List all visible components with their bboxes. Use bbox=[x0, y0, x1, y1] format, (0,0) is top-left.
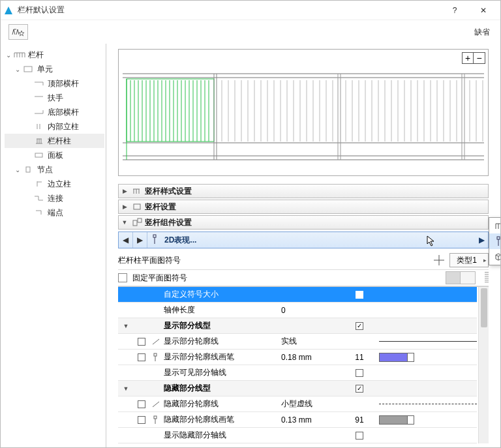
tab-prev-button[interactable]: ◀ bbox=[119, 232, 133, 248]
checkbox[interactable] bbox=[138, 416, 145, 424]
panel-icon bbox=[33, 151, 45, 160]
svg-rect-83 bbox=[497, 237, 500, 239]
pen-icon bbox=[149, 415, 162, 425]
tab-overflow-button[interactable]: ▶ bbox=[475, 235, 488, 245]
rail-icon bbox=[33, 79, 45, 88]
tree-item[interactable]: 边立柱 bbox=[5, 177, 104, 191]
preview-box: + − bbox=[118, 49, 489, 176]
svg-rect-3 bbox=[35, 153, 42, 157]
section-component[interactable]: ▼ 竖杆组件设置 bbox=[118, 215, 489, 230]
grid-row[interactable]: 显示可见部分轴线 bbox=[118, 365, 477, 381]
checkbox[interactable] bbox=[356, 369, 363, 377]
post-icon bbox=[33, 136, 45, 145]
railing-icon bbox=[14, 50, 25, 59]
favorites-button[interactable] bbox=[8, 24, 28, 40]
checkbox[interactable] bbox=[356, 291, 363, 299]
title-bar: 栏杆默认设置 ? ✕ bbox=[1, 1, 500, 20]
2d-icon bbox=[493, 236, 500, 246]
tree-item[interactable]: 面板 bbox=[5, 148, 104, 162]
flyout-item-3d[interactable]: 3D表现 bbox=[489, 249, 500, 265]
drag-handle-icon[interactable] bbox=[485, 272, 489, 284]
grid-row[interactable]: 轴伸长度 0 bbox=[118, 303, 477, 318]
default-label: 缺省 bbox=[474, 27, 490, 38]
grid-row[interactable]: 显示隐藏部分轴线 bbox=[118, 428, 477, 443]
3d-icon bbox=[493, 252, 500, 261]
chevron-right-icon: ▶ bbox=[119, 188, 130, 194]
window-help-button[interactable]: ? bbox=[440, 1, 469, 20]
fixed-symbol-checkbox[interactable] bbox=[118, 273, 127, 282]
grid-row[interactable]: 显示部分轮廓线画笔 0.18 mm 11 bbox=[118, 350, 477, 365]
component-icon bbox=[130, 218, 145, 227]
chevron-right-icon: ▶ bbox=[119, 203, 130, 210]
style-icon bbox=[130, 187, 145, 195]
checkbox[interactable] bbox=[356, 322, 363, 330]
settings-icon bbox=[130, 203, 145, 211]
view-toggle[interactable] bbox=[446, 271, 476, 284]
tree-item[interactable]: 底部横杆 bbox=[5, 105, 104, 119]
grid-row[interactable]: 显示部分轮廓线 实线 bbox=[118, 334, 477, 350]
grid-row-selected[interactable]: 自定义符号大小 bbox=[118, 287, 477, 303]
tree-unit[interactable]: ⌄ 单元 bbox=[5, 62, 104, 76]
type-dropdown[interactable]: 类型1▸ bbox=[449, 253, 489, 267]
rail-icon bbox=[33, 108, 45, 117]
tree-item[interactable]: 扶手 bbox=[5, 91, 104, 105]
tab-flyout: 风格和尺寸 2D表现 3D表现 bbox=[489, 217, 500, 265]
section-settings[interactable]: ▶ 竖杆设置 bbox=[118, 200, 489, 214]
line-preview bbox=[379, 341, 477, 342]
svg-rect-79 bbox=[133, 220, 137, 226]
symbol-label: 栏杆柱平面图符号 bbox=[118, 255, 431, 266]
tree-item[interactable]: 端点 bbox=[5, 205, 104, 220]
checkbox[interactable] bbox=[138, 400, 145, 408]
color-swatch[interactable] bbox=[379, 415, 414, 425]
zoom-out-button[interactable]: − bbox=[474, 52, 485, 64]
chevron-down-icon[interactable]: ▼ bbox=[118, 385, 134, 392]
grid-group-header[interactable]: ▼ 显示部分线型 bbox=[118, 318, 477, 334]
tree-item-selected[interactable]: 栏杆柱 bbox=[5, 134, 104, 148]
navigation-tree: ⌄ 栏杆 ⌄ 单元 顶部横杆 扶手 底部横杆 内部立柱 栏杆柱 面板 ⌄ 节点 … bbox=[1, 44, 106, 447]
favorites-icon bbox=[11, 27, 25, 37]
tree-node[interactable]: ⌄ 节点 bbox=[5, 162, 104, 177]
checkbox[interactable] bbox=[356, 432, 363, 440]
window-title: 栏杆默认设置 bbox=[18, 5, 440, 16]
crosshair-icon bbox=[431, 253, 447, 267]
grid-row[interactable]: 隐藏部分轮廓线 小型虚线 bbox=[118, 396, 477, 412]
svg-marker-1 bbox=[19, 31, 24, 36]
checkbox[interactable] bbox=[356, 385, 363, 393]
svg-rect-4 bbox=[26, 167, 30, 172]
svg-rect-89 bbox=[154, 416, 157, 419]
connection-icon bbox=[33, 194, 45, 203]
checkbox[interactable] bbox=[138, 353, 145, 361]
tree-item[interactable]: 连接 bbox=[5, 191, 104, 205]
endpost-icon bbox=[33, 179, 45, 188]
line-icon bbox=[149, 400, 162, 408]
app-icon bbox=[3, 5, 14, 16]
chevron-down-icon[interactable]: ⌄ bbox=[14, 66, 22, 73]
baluster-icon bbox=[33, 122, 45, 131]
grid-group-header[interactable]: ▼ 隐藏部分线型 bbox=[118, 381, 477, 396]
chevron-down-icon[interactable]: ▼ bbox=[118, 323, 134, 329]
chevron-down-icon[interactable]: ⌄ bbox=[5, 52, 12, 59]
flyout-item-2d[interactable]: 2D表现 bbox=[489, 233, 500, 249]
line-icon bbox=[149, 338, 162, 346]
chevron-down-icon[interactable]: ⌄ bbox=[14, 166, 22, 173]
tree-item[interactable]: 顶部横杆 bbox=[5, 76, 104, 91]
2d-icon bbox=[151, 234, 160, 246]
flyout-item-style[interactable]: 风格和尺寸 bbox=[489, 218, 500, 233]
checkbox[interactable] bbox=[138, 338, 145, 346]
zoom-in-button[interactable]: + bbox=[462, 52, 474, 64]
grid-row[interactable]: 隐藏部分轮廓线画笔 0.13 mm 91 bbox=[118, 412, 477, 428]
style-size-icon bbox=[493, 221, 500, 230]
pen-icon bbox=[149, 353, 162, 362]
svg-marker-0 bbox=[5, 7, 12, 14]
rail-icon bbox=[33, 93, 45, 102]
svg-rect-81 bbox=[153, 235, 156, 237]
tree-root[interactable]: ⌄ 栏杆 bbox=[5, 48, 104, 62]
tab-label[interactable]: 2D表现... bbox=[164, 235, 475, 246]
color-swatch[interactable] bbox=[379, 353, 414, 362]
svg-rect-87 bbox=[154, 353, 157, 356]
tab-next-button[interactable]: ▶ bbox=[133, 232, 147, 248]
scrollbar[interactable] bbox=[478, 287, 489, 443]
tree-item[interactable]: 内部立柱 bbox=[5, 119, 104, 134]
window-close-button[interactable]: ✕ bbox=[469, 1, 498, 20]
section-style[interactable]: ▶ 竖杆样式设置 bbox=[118, 184, 489, 198]
